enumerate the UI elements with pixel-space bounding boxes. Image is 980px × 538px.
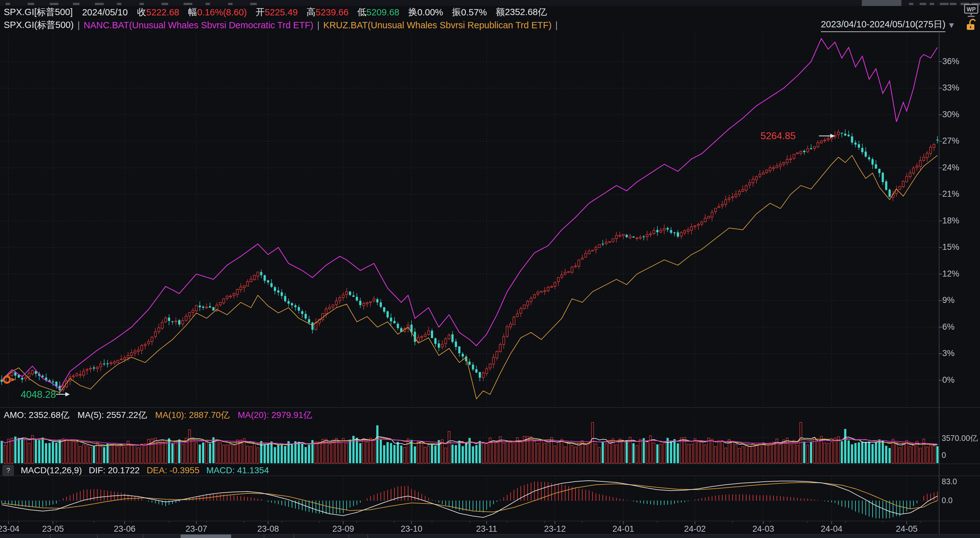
y-axis-tick-label: 24% [942,163,959,172]
trading-app-window: SPX.GI[标普500] 2024/05/10 收5222.68幅0.16%(… [0,0,980,538]
scrollbar-thumb [181,535,231,538]
macd-indicator-value: DIF: 20.1722 [89,465,140,476]
y-axis-tick-label: 6% [942,322,955,332]
x-axis-month-label: 23-04 [0,524,19,534]
volume-axis-zero-label: 0 [942,450,946,460]
y-axis-tick-label: 33% [942,83,959,93]
y-axis-tick-label: 12% [942,269,959,279]
high-price-annotation: 5264.85 [760,131,795,142]
x-axis-month-label: 23-06 [114,524,135,534]
y-axis-tick-label: 21% [942,189,959,199]
macd-axis-top-label: 83.0 [942,477,957,486]
volume-indicator-value: MA(20): 2979.91亿 [238,409,312,421]
macd-axis-zero-label: 0.0 [942,496,953,505]
macd-values: MACD(12,26,9)DIF: 20.1722DEA: -0.3955MAC… [21,465,269,476]
x-axis-month-label: 23-10 [401,524,422,534]
y-axis-tick-label: 9% [942,295,955,305]
y-axis-tick-label: 18% [942,216,959,226]
x-axis-month-label: 24-01 [612,524,634,534]
x-axis-month-label: 23-11 [476,524,497,534]
chart-canvas[interactable] [0,0,980,538]
macd-indicator-value: MACD(12,26,9) [21,465,82,476]
x-axis-month-label: 23-07 [185,524,207,534]
volume-axis-top-label: 3570.00亿 [942,433,978,443]
y-axis-tick-label: 15% [942,242,959,252]
x-axis-month-label: 24-03 [752,524,774,534]
low-price-annotation: 4048.28 [21,389,56,400]
x-axis-month-label: 23-09 [332,524,354,534]
x-axis-month-label: 24-04 [821,524,842,534]
y-axis-tick-label: 0% [942,375,955,385]
x-axis-month-label: 23-05 [42,524,64,534]
y-axis-tick-label: 30% [942,110,959,119]
volume-indicator-value: MA(5): 2557.22亿 [78,409,147,421]
x-axis-month-label: 24-05 [896,524,918,534]
x-axis-month-label: 24-02 [684,524,706,534]
volume-indicator-bar: AMO: 2352.68亿MA(5): 2557.22亿MA(10): 2887… [4,409,312,421]
macd-indicator-value: DEA: -0.3955 [146,465,199,476]
y-axis-tick-label: 3% [942,349,955,358]
volume-indicator-value: MA(10): 2887.70亿 [155,409,230,421]
macd-indicator-bar: ? MACD(12,26,9)DIF: 20.1722DEA: -0.3955M… [3,465,269,476]
macd-indicator-value: MACD: 41.1354 [207,465,269,476]
y-axis-tick-label: 27% [942,136,959,146]
volume-indicator-value: AMO: 2352.68亿 [4,409,70,421]
x-axis-month-label: 23-12 [544,524,566,534]
x-axis-month-label: 23-08 [257,524,279,534]
help-icon[interactable]: ? [3,465,14,476]
y-axis-tick-label: 36% [942,57,959,66]
